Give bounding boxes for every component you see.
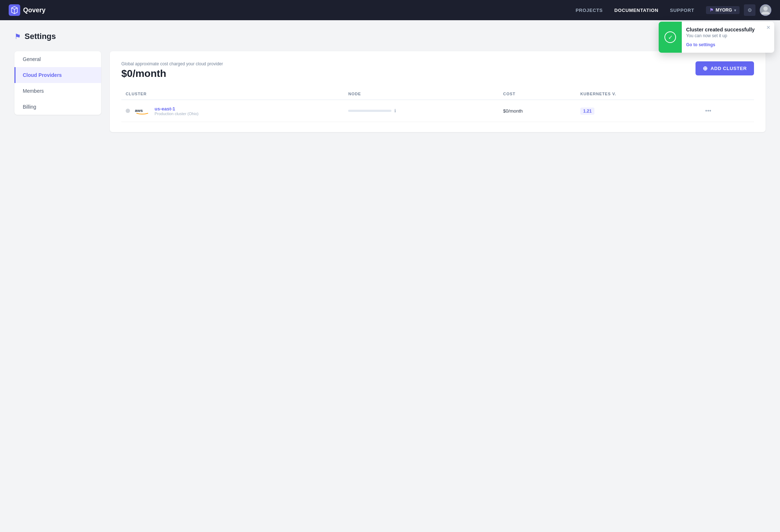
cluster-table: CLUSTER NODE COST KUBERNETES V. bbox=[121, 88, 754, 122]
cost-label: Global approximate cost charged your clo… bbox=[121, 61, 223, 66]
cluster-cell: aws us-east-1 Production cluster (Ohio) bbox=[121, 100, 344, 122]
navbar-right: ⚑ MYORG ▾ ⚙ bbox=[706, 4, 771, 16]
node-bar-container: ℹ bbox=[348, 108, 494, 113]
chevron-down-icon: ▾ bbox=[734, 8, 736, 12]
add-cluster-button[interactable]: ⊕ ADD CLUSTER bbox=[696, 61, 754, 75]
svg-text:aws: aws bbox=[135, 108, 143, 113]
org-name: MYORG bbox=[716, 8, 732, 13]
kubernetes-version-badge: 1.21 bbox=[580, 108, 594, 115]
content-area: ⚑ Settings General Cloud Providers Membe… bbox=[0, 20, 780, 532]
node-bar bbox=[348, 110, 391, 112]
page: ⚑ Settings General Cloud Providers Membe… bbox=[0, 20, 780, 532]
toast-body: Cluster created successfully You can now… bbox=[682, 22, 774, 53]
nav-documentation[interactable]: DOCUMENTATION bbox=[614, 8, 658, 13]
sidebar-item-cloud-providers[interactable]: Cloud Providers bbox=[14, 67, 101, 83]
page-title-row: ⚑ Settings bbox=[14, 32, 766, 41]
kubernetes-cell: 1.21 bbox=[576, 100, 698, 122]
navbar-nav: PROJECTS DOCUMENTATION SUPPORT bbox=[576, 8, 694, 13]
settings-sidebar: General Cloud Providers Members Billing bbox=[14, 51, 101, 115]
table-header: CLUSTER NODE COST KUBERNETES V. bbox=[121, 88, 754, 100]
node-info-icon[interactable]: ℹ bbox=[394, 108, 396, 113]
add-cluster-label: ADD CLUSTER bbox=[711, 66, 747, 71]
actions-cell[interactable]: ••• bbox=[698, 100, 754, 122]
close-icon: ✕ bbox=[766, 25, 771, 30]
sidebar-item-members[interactable]: Members bbox=[14, 83, 101, 99]
col-cluster: CLUSTER bbox=[121, 88, 344, 100]
plus-icon: ⊕ bbox=[703, 65, 708, 72]
nav-support[interactable]: SUPPORT bbox=[670, 8, 694, 13]
cluster-cost: $0/month bbox=[503, 108, 523, 114]
avatar-image bbox=[760, 4, 771, 16]
org-badge[interactable]: ⚑ MYORG ▾ bbox=[706, 6, 740, 14]
aws-logo-icon: aws bbox=[134, 106, 150, 116]
gear-button[interactable]: ⚙ bbox=[744, 4, 755, 16]
more-actions-button[interactable]: ••• bbox=[702, 106, 714, 115]
node-cell: ℹ bbox=[344, 100, 499, 122]
gear-icon: ⚙ bbox=[748, 7, 752, 13]
cluster-status-indicator bbox=[126, 109, 130, 113]
nav-projects[interactable]: PROJECTS bbox=[576, 8, 603, 13]
toast-green-bar: ✓ bbox=[659, 22, 682, 53]
page-title: Settings bbox=[25, 32, 56, 41]
toast-notification: ✓ Cluster created successfully You can n… bbox=[659, 22, 774, 53]
col-cost: COST bbox=[499, 88, 576, 100]
toast-subtitle: You can now set it up bbox=[686, 33, 770, 38]
go-to-settings-link[interactable]: Go to settings bbox=[686, 42, 715, 47]
settings-main: Global approximate cost charged your clo… bbox=[110, 51, 766, 132]
cost-info: Global approximate cost charged your clo… bbox=[121, 61, 223, 79]
sidebar-item-billing[interactable]: Billing bbox=[14, 99, 101, 115]
toast-check-icon: ✓ bbox=[664, 31, 676, 43]
cluster-name[interactable]: us-east-1 bbox=[155, 106, 199, 112]
svg-point-2 bbox=[763, 6, 768, 11]
qovery-logo-icon bbox=[9, 4, 20, 16]
table-body: aws us-east-1 Production cluster (Ohio) bbox=[121, 100, 754, 122]
cost-header: Global approximate cost charged your clo… bbox=[121, 61, 754, 79]
table-row: aws us-east-1 Production cluster (Ohio) bbox=[121, 100, 754, 122]
navbar: Qovery PROJECTS DOCUMENTATION SUPPORT ⚑ … bbox=[0, 0, 780, 20]
avatar[interactable] bbox=[760, 4, 771, 16]
col-node: NODE bbox=[344, 88, 499, 100]
col-actions bbox=[698, 88, 754, 100]
toast-title: Cluster created successfully bbox=[686, 27, 770, 32]
sidebar-item-general[interactable]: General bbox=[14, 51, 101, 67]
toast-close-button[interactable]: ✕ bbox=[766, 25, 771, 30]
settings-layout: General Cloud Providers Members Billing … bbox=[14, 51, 766, 132]
brand[interactable]: Qovery bbox=[9, 4, 46, 16]
col-kubernetes: KUBERNETES V. bbox=[576, 88, 698, 100]
cluster-region: Production cluster (Ohio) bbox=[155, 112, 199, 116]
cluster-info: us-east-1 Production cluster (Ohio) bbox=[155, 106, 199, 116]
brand-name: Qovery bbox=[23, 6, 46, 14]
settings-page-icon: ⚑ bbox=[14, 32, 21, 41]
org-icon: ⚑ bbox=[710, 8, 714, 13]
cost-amount: $0/month bbox=[121, 68, 223, 79]
cost-cell: $0/month bbox=[499, 100, 576, 122]
